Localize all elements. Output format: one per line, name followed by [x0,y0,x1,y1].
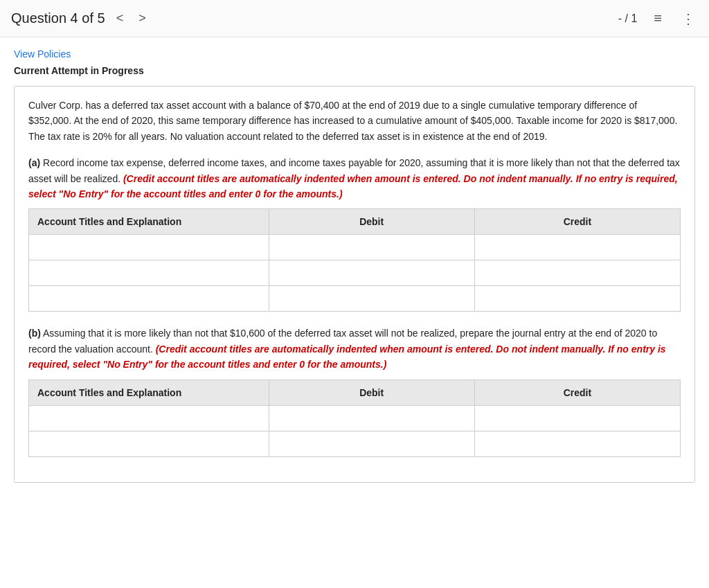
table-b-credit-cell-0 [474,405,680,431]
part-b-section: (b) Assuming that it is more likely than… [28,326,681,456]
table-a-debit-cell-2 [269,286,474,312]
attempt-label: Current Attempt in Progress [14,65,695,76]
table-b-col1-header: Account Titles and Explanation [29,380,269,405]
table-a-col3-header: Credit [474,209,680,235]
table-a-account-cell-1 [29,260,269,286]
table-b-credit-cell-1 [474,431,680,456]
content: View Policies Current Attempt in Progres… [0,37,709,508]
table-a-credit-cell-0 [474,235,680,260]
next-button[interactable]: > [134,8,150,28]
table-a-debit-input-0[interactable] [275,239,469,256]
table-a-credit-cell-1 [474,260,680,286]
table-b-col3-header: Credit [474,380,680,405]
header-left: Question 4 of 5 < > [11,8,150,28]
table-a-col2-header: Debit [269,209,474,235]
table-a-account-cell-0 [29,235,269,260]
question-paragraph: Culver Corp. has a deferred tax asset ac… [28,98,681,144]
table-row [29,286,681,312]
table-b-debit-cell-0 [269,405,474,431]
table-b-account-input-0[interactable] [35,410,263,427]
table-b-account-input-1[interactable] [35,436,263,452]
table-a-credit-input-2[interactable] [481,290,674,307]
part-a-label: (a) Record income tax expense, deferred … [28,155,681,202]
table-row [29,235,681,260]
table-b-col2-header: Debit [269,380,474,405]
table-b: Account Titles and Explanation Debit Cre… [28,380,681,457]
part-b-label: (b) Assuming that it is more likely than… [28,326,681,372]
table-a-header-row: Account Titles and Explanation Debit Cre… [29,209,681,235]
part-a-prefix: (a) [28,157,40,168]
table-row [29,431,681,456]
table-b-account-cell-0 [29,405,269,431]
table-a: Account Titles and Explanation Debit Cre… [28,208,681,312]
view-policies-link[interactable]: View Policies [14,48,71,60]
table-a-debit-input-1[interactable] [275,265,469,281]
question-counter: Question 4 of 5 [11,10,105,26]
question-box: Culver Corp. has a deferred tax asset ac… [14,86,695,483]
table-b-debit-input-0[interactable] [275,410,469,427]
part-b-prefix: (b) [28,328,41,339]
table-a-account-input-2[interactable] [35,290,263,307]
table-b-debit-input-1[interactable] [275,436,469,452]
table-a-col1-header: Account Titles and Explanation [29,209,269,235]
header-right: - / 1 ≡ ⋮ [618,9,698,28]
table-a-credit-input-0[interactable] [481,239,674,256]
table-a-credit-input-1[interactable] [481,265,674,281]
table-a-debit-cell-1 [269,260,474,286]
table-b-debit-cell-1 [269,431,474,456]
table-a-debit-input-2[interactable] [275,290,469,307]
part-a-red-text: (Credit account titles are automatically… [28,173,678,199]
table-b-credit-input-0[interactable] [481,410,674,427]
prev-button[interactable]: < [112,8,128,28]
table-b-header-row: Account Titles and Explanation Debit Cre… [29,380,681,405]
table-a-credit-cell-2 [474,286,680,312]
table-a-account-cell-2 [29,286,269,312]
more-options-button[interactable]: ⋮ [679,9,698,28]
table-a-debit-cell-0 [269,235,474,260]
list-icon-button[interactable]: ≡ [651,9,665,28]
table-row [29,260,681,286]
header: Question 4 of 5 < > - / 1 ≡ ⋮ [0,0,709,37]
score-display: - / 1 [618,12,638,25]
table-a-account-input-0[interactable] [35,239,263,256]
table-b-account-cell-1 [29,431,269,456]
table-row [29,405,681,431]
table-a-account-input-1[interactable] [35,265,263,281]
table-b-credit-input-1[interactable] [481,436,674,452]
